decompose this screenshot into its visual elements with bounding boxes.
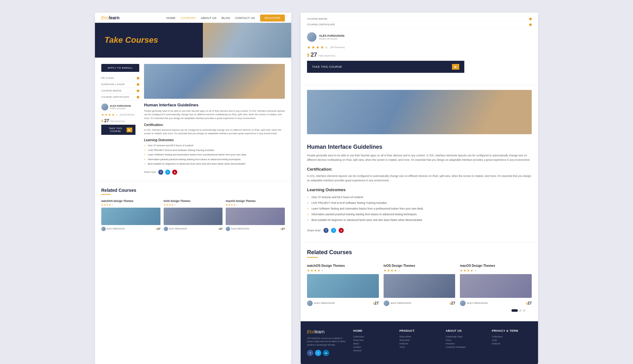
meta-dot (137, 96, 139, 98)
rr-price-3: $27 (526, 301, 532, 305)
pagination-dots (307, 306, 532, 315)
related-card-1-stars: ★ ★ ★ ★ ★ (101, 204, 160, 206)
nav-register[interactable]: REGISTER (260, 16, 285, 20)
right-divider (301, 85, 538, 85)
star-2: ★ (105, 113, 108, 116)
related-title-underline (101, 194, 111, 195)
course-title: Human Interface Guidelines (144, 103, 285, 107)
rr-price-2: $27 (449, 301, 455, 305)
footer-facebook-icon[interactable]: f (307, 350, 313, 356)
pagination-dot-2[interactable] (519, 309, 522, 312)
footer-product-links: Shop online Shop Best Features Trust (399, 336, 439, 348)
footer-link-trust[interactable]: Trust (399, 346, 439, 348)
nav-home[interactable]: HOME (166, 16, 175, 20)
footer-link-shop-online[interactable]: Shop online (399, 336, 439, 338)
right-take-course-label: TAKE THIS COURSE (312, 65, 342, 68)
footer-link-collections2[interactable]: Collections (492, 336, 532, 338)
take-course-button[interactable]: TAKE THIS COURSE ▶ (101, 125, 135, 135)
rc2-star2: ★ (166, 204, 168, 206)
related-card-2-stars: ★ ★ ★ ★ ★ (164, 204, 223, 206)
right-outcome-2: LIVE PROJECT End to End Software Testing… (307, 200, 532, 206)
enroll-header: Apply To Enroll (101, 64, 139, 72)
footer-link-links[interactable]: Links (492, 339, 532, 341)
right-meta-dot-badge (529, 18, 532, 20)
footer-privacy-heading: PRIVACY & TERM (492, 329, 532, 332)
rr1-star3: ★ (314, 269, 317, 272)
rr3-star2: ★ (463, 269, 466, 272)
footer-twitter-icon[interactable]: t (315, 350, 321, 356)
star-5: ★ (115, 113, 118, 116)
related-name-3: ALEX FARGUISON (231, 228, 249, 230)
rc1-star5: ★ (111, 204, 114, 206)
footer-link-shop-best[interactable]: Shop Best (399, 339, 439, 341)
footer-link-feedback[interactable]: Customer Feedback (446, 346, 486, 348)
right-related-instructor-1: ALEX FARGUISON (307, 300, 335, 306)
footer-logo-learn: learn (315, 329, 324, 334)
meta-badge: COURSE BADGE (101, 88, 139, 94)
related-title: Related Courses (101, 188, 285, 193)
footer-link-contact[interactable]: Contact (353, 346, 393, 348)
rc3-star2: ★ (228, 204, 230, 206)
footer-link-shop[interactable]: Shop Now (353, 339, 393, 341)
footer-link-collections[interactable]: Collections (353, 336, 393, 338)
right-share-row: Share Now: f t p (307, 228, 532, 233)
related-instructor-row-3: ALEX FARGUISON $27 (226, 227, 285, 231)
right-pinterest-icon[interactable]: p (339, 228, 344, 233)
right-hero-image-container (301, 90, 538, 134)
rr-name-3: ALEX FARGUISON (467, 302, 487, 304)
rr3-star3: ★ (467, 269, 470, 272)
btn-arrow-icon: ▶ (127, 128, 133, 132)
hero-title: Take Courses (104, 35, 193, 45)
rr-avatar-1 (307, 300, 313, 306)
related-section: Related Courses watchOS Design Themes ★ … (95, 181, 291, 237)
nav-about[interactable]: ABOUT US (201, 16, 216, 20)
pagination-dot-3[interactable] (523, 309, 525, 312)
footer-link-features[interactable]: Features (399, 342, 439, 345)
right-btn-arrow-icon: ▶ (452, 64, 460, 70)
right-avatar (307, 32, 316, 42)
footer-link-features2[interactable]: Features (492, 342, 532, 345)
related-card-3-title: macOS Design Themes (226, 199, 285, 203)
right-certification-title: Certification: (307, 167, 532, 172)
footer-link-about[interactable]: About (353, 342, 393, 345)
right-related-grid: watchOS Design Themes ★ ★ ★ ★ ★ ALEX FAR… (307, 264, 532, 306)
logo-prefix: Eco (101, 15, 109, 20)
pinterest-icon[interactable]: p (172, 170, 177, 175)
footer-link-services[interactable]: Services (353, 349, 393, 352)
nav-blog[interactable]: BLOG (222, 16, 230, 20)
right-related-stars-1: ★ ★ ★ ★ ★ (307, 269, 379, 272)
nav-contact[interactable]: CONTACT US (235, 16, 255, 20)
footer-home-heading: HOME (353, 329, 393, 332)
pagination-dot-1[interactable] (511, 309, 518, 312)
twitter-icon[interactable]: t (165, 170, 170, 175)
rr2-star1: ★ (384, 269, 386, 272)
footer-link-press[interactable]: Press (446, 339, 486, 341)
rr3-star4: ★ (470, 269, 473, 272)
related-card-1: watchOS Design Themes ★ ★ ★ ★ ★ ALEX FAR… (101, 199, 160, 231)
right-outcomes-title: Learning Outcomes (307, 187, 532, 192)
footer-linkedin-icon[interactable]: in (323, 350, 329, 356)
facebook-icon[interactable]: f (158, 170, 163, 175)
sidebar-meta: PR CLASS DURATION 2 HOUR COURSE BADGE CO… (101, 75, 139, 100)
right-course-image (307, 90, 532, 134)
right-course-title: Human Interface Guidelines (307, 144, 532, 150)
footer-link-leadership[interactable]: Leadership Team (446, 336, 486, 338)
rc3-star5: ★ (236, 204, 238, 206)
right-meta-dot-cert (529, 23, 532, 26)
rr1-star1: ★ (307, 269, 310, 272)
related-card-2: tvOS Design Themes ★ ★ ★ ★ ★ ALEX FARGUI… (164, 199, 223, 231)
right-facebook-icon[interactable]: f (323, 228, 329, 233)
right-twitter-icon[interactable]: t (331, 228, 336, 233)
nav-bar: Ecolearn HOME COURSES ABOUT US BLOG CONT… (95, 13, 291, 23)
avatar-image (101, 104, 108, 110)
right-star-3: ★ (316, 45, 320, 50)
rr1-star4: ★ (317, 269, 320, 272)
right-take-course-button[interactable]: TAKE THIS COURSE ▶ (307, 61, 464, 73)
footer-link-investors[interactable]: Investors (446, 342, 486, 345)
rr2-star4: ★ (394, 269, 397, 272)
nav-courses[interactable]: COURSES (180, 16, 196, 20)
star-3: ★ (108, 113, 111, 116)
related-name-1: ALEX FARGUISON (107, 228, 125, 230)
outcome-4: Information packed practical training st… (144, 157, 285, 162)
star-1: ★ (101, 113, 104, 116)
